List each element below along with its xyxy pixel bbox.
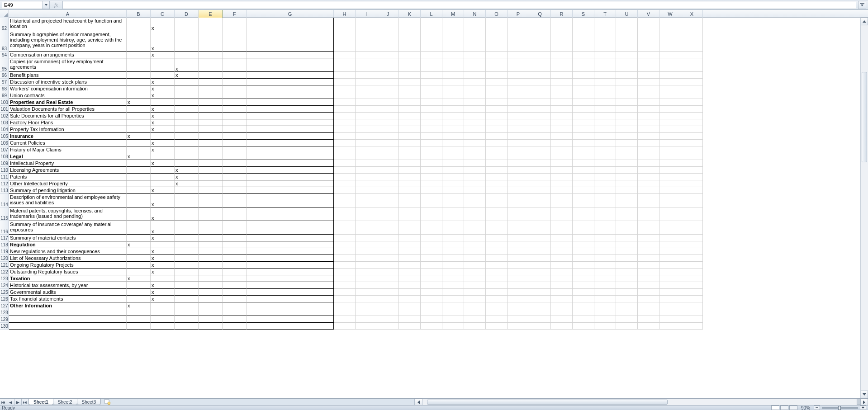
cell-P104[interactable]	[508, 126, 529, 133]
cell-U99[interactable]	[616, 92, 638, 99]
zoom-in-icon[interactable]: +	[860, 405, 866, 410]
cell-Q118[interactable]	[529, 241, 551, 248]
cell-F130[interactable]	[223, 323, 247, 330]
cell-L101[interactable]	[421, 106, 442, 113]
cell-F96[interactable]	[223, 72, 247, 79]
cell-J104[interactable]	[377, 126, 399, 133]
cell-H106[interactable]	[334, 140, 356, 146]
cell-W128[interactable]	[659, 309, 681, 316]
cell-H112[interactable]	[334, 180, 356, 187]
cell-P98[interactable]	[508, 85, 529, 92]
cell-K114[interactable]	[399, 194, 421, 207]
cell-I99[interactable]	[356, 92, 377, 99]
cell-P120[interactable]	[508, 255, 529, 262]
cell-P113[interactable]	[508, 187, 529, 194]
cell-X107[interactable]	[681, 146, 703, 153]
zoom-thumb[interactable]	[838, 406, 841, 410]
cell-A102[interactable]: Sale Documents for all Properties	[9, 113, 127, 119]
cell-X122[interactable]	[681, 269, 703, 275]
cell-U95[interactable]	[616, 58, 638, 72]
cell-C122[interactable]: x	[151, 269, 175, 275]
cell-F98[interactable]	[223, 85, 247, 92]
cell-M92[interactable]	[442, 18, 464, 31]
cell-O100[interactable]	[486, 99, 508, 106]
cell-E120[interactable]	[199, 255, 223, 262]
cell-R110[interactable]	[551, 167, 573, 174]
cell-U117[interactable]	[616, 235, 638, 241]
cell-T110[interactable]	[594, 167, 616, 174]
cell-K113[interactable]	[399, 187, 421, 194]
cell-C105[interactable]	[151, 133, 175, 140]
cell-K109[interactable]	[399, 160, 421, 167]
cell-C114[interactable]: x	[151, 194, 175, 207]
cell-B114[interactable]	[127, 194, 151, 207]
cell-F121[interactable]	[223, 262, 247, 269]
cell-O98[interactable]	[486, 85, 508, 92]
cell-C117[interactable]: x	[151, 235, 175, 241]
cell-G112[interactable]	[247, 180, 334, 187]
cell-H114[interactable]	[334, 194, 356, 207]
cell-E118[interactable]	[199, 241, 223, 248]
name-box[interactable]: E49	[2, 1, 50, 9]
cell-W95[interactable]	[659, 58, 681, 72]
cell-A121[interactable]: Ongoing Regulatory Projects	[9, 262, 127, 269]
cell-V111[interactable]	[638, 174, 659, 180]
cell-M105[interactable]	[442, 133, 464, 140]
cell-X117[interactable]	[681, 235, 703, 241]
cell-A129[interactable]	[9, 316, 127, 323]
cell-O115[interactable]	[486, 207, 508, 221]
cell-O95[interactable]	[486, 58, 508, 72]
cell-P107[interactable]	[508, 146, 529, 153]
cell-C101[interactable]: x	[151, 106, 175, 113]
cell-U96[interactable]	[616, 72, 638, 79]
cell-P94[interactable]	[508, 52, 529, 58]
row-header-95[interactable]: 95	[0, 58, 9, 72]
cell-X94[interactable]	[681, 52, 703, 58]
cell-X115[interactable]	[681, 207, 703, 221]
cell-U122[interactable]	[616, 269, 638, 275]
cell-C95[interactable]	[151, 58, 175, 72]
cell-E104[interactable]	[199, 126, 223, 133]
sheet-tab-sheet3[interactable]: Sheet3	[77, 399, 101, 405]
cell-R126[interactable]	[551, 296, 573, 302]
cell-N113[interactable]	[464, 187, 486, 194]
cell-J118[interactable]	[377, 241, 399, 248]
cell-H117[interactable]	[334, 235, 356, 241]
cell-S105[interactable]	[573, 133, 594, 140]
cell-H128[interactable]	[334, 309, 356, 316]
cell-F125[interactable]	[223, 289, 247, 296]
cell-I117[interactable]	[356, 235, 377, 241]
cell-H95[interactable]	[334, 58, 356, 72]
cell-M102[interactable]	[442, 113, 464, 119]
cell-K106[interactable]	[399, 140, 421, 146]
cell-Q121[interactable]	[529, 262, 551, 269]
cell-M129[interactable]	[442, 316, 464, 323]
cell-R120[interactable]	[551, 255, 573, 262]
col-header-J[interactable]: J	[377, 10, 399, 18]
cell-V123[interactable]	[638, 275, 659, 282]
cell-M119[interactable]	[442, 248, 464, 255]
cell-G102[interactable]	[247, 113, 334, 119]
cell-I105[interactable]	[356, 133, 377, 140]
cell-I129[interactable]	[356, 316, 377, 323]
cell-Q106[interactable]	[529, 140, 551, 146]
cell-W100[interactable]	[659, 99, 681, 106]
cell-W119[interactable]	[659, 248, 681, 255]
cell-P114[interactable]	[508, 194, 529, 207]
cell-R108[interactable]	[551, 153, 573, 160]
cell-E125[interactable]	[199, 289, 223, 296]
cell-J98[interactable]	[377, 85, 399, 92]
cell-L116[interactable]	[421, 221, 442, 235]
cell-V127[interactable]	[638, 302, 659, 309]
cell-V93[interactable]	[638, 31, 659, 52]
cell-P117[interactable]	[508, 235, 529, 241]
cell-G114[interactable]	[247, 194, 334, 207]
cell-C130[interactable]	[151, 323, 175, 330]
cell-W118[interactable]	[659, 241, 681, 248]
cell-S121[interactable]	[573, 262, 594, 269]
cell-O110[interactable]	[486, 167, 508, 174]
cell-F115[interactable]	[223, 207, 247, 221]
cell-K119[interactable]	[399, 248, 421, 255]
cell-P100[interactable]	[508, 99, 529, 106]
cell-W107[interactable]	[659, 146, 681, 153]
